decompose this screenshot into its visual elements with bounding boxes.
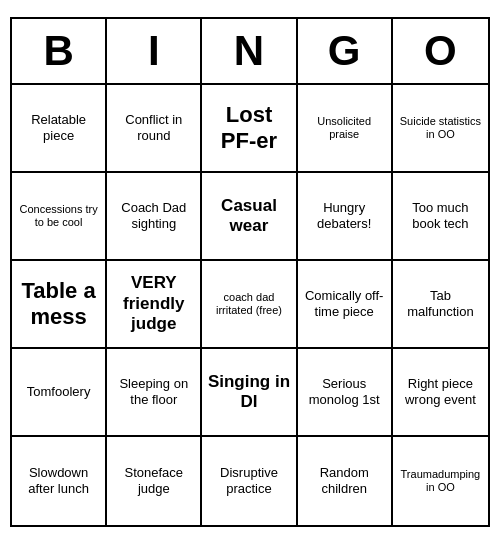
bingo-cell-16: Sleeping on the floor [107, 349, 202, 437]
bingo-letter-b: B [12, 19, 107, 83]
bingo-cell-17: Singing in DI [202, 349, 297, 437]
bingo-cell-20: Slowdown after lunch [12, 437, 107, 525]
bingo-cell-22: Disruptive practice [202, 437, 297, 525]
bingo-cell-2: Lost PF-er [202, 85, 297, 173]
bingo-cell-10: Table a mess [12, 261, 107, 349]
bingo-cell-11: VERY friendly judge [107, 261, 202, 349]
bingo-cell-9: Too much book tech [393, 173, 488, 261]
bingo-cell-0: Relatable piece [12, 85, 107, 173]
bingo-cell-8: Hungry debaters! [298, 173, 393, 261]
bingo-cell-7: Casual wear [202, 173, 297, 261]
bingo-cell-18: Serious monolog 1st [298, 349, 393, 437]
bingo-header: BINGO [12, 19, 488, 85]
bingo-cell-24: Traumadumping in OO [393, 437, 488, 525]
bingo-cell-14: Tab malfunction [393, 261, 488, 349]
bingo-letter-n: N [202, 19, 297, 83]
bingo-cell-4: Suicide statistics in OO [393, 85, 488, 173]
bingo-cell-12: coach dad irritated (free) [202, 261, 297, 349]
bingo-grid: Relatable pieceConflict in roundLost PF-… [12, 85, 488, 525]
bingo-cell-13: Comically off-time piece [298, 261, 393, 349]
bingo-cell-6: Coach Dad sighting [107, 173, 202, 261]
bingo-cell-23: Random children [298, 437, 393, 525]
bingo-card: BINGO Relatable pieceConflict in roundLo… [10, 17, 490, 527]
bingo-letter-o: O [393, 19, 488, 83]
bingo-letter-g: G [298, 19, 393, 83]
bingo-cell-19: Right piece wrong event [393, 349, 488, 437]
bingo-cell-21: Stoneface judge [107, 437, 202, 525]
bingo-cell-5: Concessions try to be cool [12, 173, 107, 261]
bingo-cell-3: Unsolicited praise [298, 85, 393, 173]
bingo-cell-15: Tomfoolery [12, 349, 107, 437]
bingo-letter-i: I [107, 19, 202, 83]
bingo-cell-1: Conflict in round [107, 85, 202, 173]
